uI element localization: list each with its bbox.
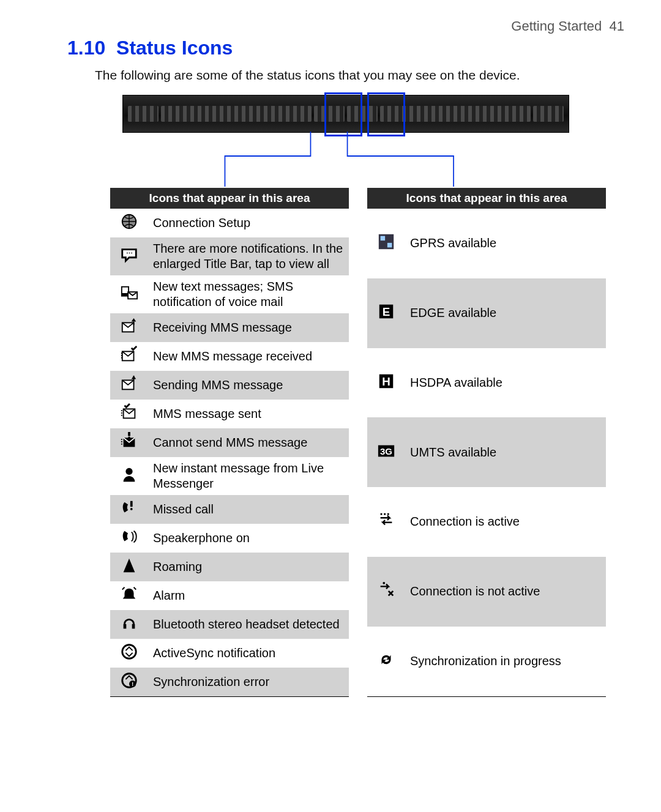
- roaming-icon: [110, 553, 148, 581]
- icon-row: 3GUMTS available: [367, 417, 606, 487]
- page-header: Getting Started 41: [37, 18, 624, 34]
- svg-rect-3: [122, 287, 128, 292]
- icon-row: Cannot send MMS message: [110, 428, 349, 457]
- sync-progress-icon: [367, 627, 405, 697]
- svg-text:3G: 3G: [380, 445, 392, 456]
- callout-box-left: [324, 92, 362, 136]
- icon-row: ActiveSync notification: [110, 639, 349, 668]
- icon-label: Synchronization error: [148, 668, 349, 697]
- mms-sent-icon: [110, 400, 148, 428]
- sync-error-icon: !: [110, 668, 148, 697]
- gprs-icon: [367, 209, 405, 278]
- icon-row: New instant message from Live Messenger: [110, 457, 349, 495]
- icon-row: New MMS message received: [110, 342, 349, 371]
- icon-label: Alarm: [148, 581, 349, 610]
- edge-icon: E: [367, 278, 405, 348]
- svg-rect-22: [121, 444, 122, 445]
- icon-label: Roaming: [148, 553, 349, 581]
- svg-rect-14: [121, 410, 122, 411]
- icon-row: HHSDPA available: [367, 348, 606, 418]
- icon-label: Cannot send MMS message: [148, 428, 349, 457]
- icon-label: EDGE available: [405, 278, 606, 348]
- icon-label: Receiving MMS message: [148, 313, 349, 342]
- svg-point-44: [383, 582, 385, 584]
- svg-rect-16: [121, 415, 122, 416]
- icon-row: Receiving MMS message: [110, 313, 349, 342]
- icon-table-left: Icons that appear in this area Connectio…: [110, 188, 349, 697]
- intro-paragraph: The following are some of the status ico…: [95, 68, 624, 83]
- icon-row: ⋯There are more notifications. In the en…: [110, 237, 349, 275]
- svg-text:H: H: [382, 374, 390, 387]
- icon-label: Connection is active: [405, 487, 606, 557]
- icon-label: Synchronization in progress: [405, 627, 606, 697]
- section-number: 1.10: [67, 37, 105, 59]
- icon-row: MMS message sent: [110, 400, 349, 428]
- icon-row: Connection Setup: [110, 209, 349, 237]
- missed-call-icon: [110, 495, 148, 524]
- icon-label: New text messages; SMS notification of v…: [148, 275, 349, 313]
- icon-row: Roaming: [110, 553, 349, 581]
- svg-point-25: [130, 508, 133, 510]
- im-person-icon: [110, 457, 148, 495]
- mms-new-icon: [110, 342, 148, 371]
- svg-rect-21: [121, 441, 122, 442]
- icon-label: UMTS available: [405, 417, 606, 487]
- icon-table-right-header: Icons that appear in this area: [367, 188, 606, 209]
- svg-rect-43: [387, 513, 389, 515]
- svg-rect-9: [121, 355, 122, 356]
- icon-row: EEDGE available: [367, 278, 606, 348]
- status-bar-screenshot: [122, 95, 569, 133]
- icon-table-right: Icons that appear in this area GPRS avai…: [367, 188, 606, 697]
- connection-inactive-icon: [367, 557, 405, 627]
- icon-label: GPRS available: [405, 209, 606, 278]
- icon-label: Speakerphone on: [148, 524, 349, 553]
- section-text: Status Icons: [116, 37, 233, 59]
- hsdpa-icon: H: [367, 348, 405, 418]
- icon-label: Connection is not active: [405, 557, 606, 627]
- icon-table-left-header: Icons that appear in this area: [110, 188, 349, 209]
- svg-point-23: [125, 467, 132, 474]
- svg-rect-24: [130, 501, 133, 507]
- icon-row: Bluetooth stereo headset detected: [110, 610, 349, 639]
- svg-point-19: [128, 437, 130, 439]
- callout-connectors: [122, 133, 569, 188]
- svg-rect-26: [124, 624, 127, 629]
- icon-row: Synchronization in progress: [367, 627, 606, 697]
- icon-row: Connection is active: [367, 487, 606, 557]
- svg-rect-41: [381, 513, 383, 515]
- icon-row: Sending MMS message: [110, 371, 349, 400]
- icon-label: Sending MMS message: [148, 371, 349, 400]
- svg-rect-18: [128, 432, 130, 436]
- connection-active-icon: [367, 487, 405, 557]
- svg-text:⋯: ⋯: [126, 249, 133, 256]
- callout-box-right: [367, 92, 405, 136]
- icon-row: GPRS available: [367, 209, 606, 278]
- icon-row: Connection is not active: [367, 557, 606, 627]
- sms-envelope-icon: [110, 275, 148, 313]
- speakerphone-icon: [110, 524, 148, 553]
- icon-label: Bluetooth stereo headset detected: [148, 610, 349, 639]
- icon-label: MMS message sent: [148, 400, 349, 428]
- globe-icon: [110, 209, 148, 237]
- svg-rect-10: [121, 357, 122, 359]
- mms-receive-icon: [110, 313, 148, 342]
- svg-rect-42: [384, 513, 386, 515]
- icon-label: Missed call: [148, 495, 349, 524]
- mms-fail-icon: [110, 428, 148, 457]
- svg-rect-34: [387, 243, 392, 248]
- svg-text:!: !: [132, 681, 133, 687]
- umts-3g-icon: 3G: [367, 417, 405, 487]
- icon-label: There are more notifications. In the enl…: [148, 237, 349, 275]
- svg-rect-8: [121, 352, 122, 354]
- activesync-icon: [110, 639, 148, 668]
- icon-row: !Synchronization error: [110, 668, 349, 697]
- svg-text:E: E: [383, 305, 390, 318]
- section-title: 1.10 Status Icons: [67, 37, 624, 59]
- icon-row: Alarm: [110, 581, 349, 610]
- svg-rect-20: [121, 439, 122, 440]
- bluetooth-headset-icon: [110, 610, 148, 639]
- section-name: Getting Started: [511, 18, 602, 34]
- icon-label: New MMS message received: [148, 342, 349, 371]
- svg-rect-15: [121, 412, 122, 414]
- icon-row: Speakerphone on: [110, 524, 349, 553]
